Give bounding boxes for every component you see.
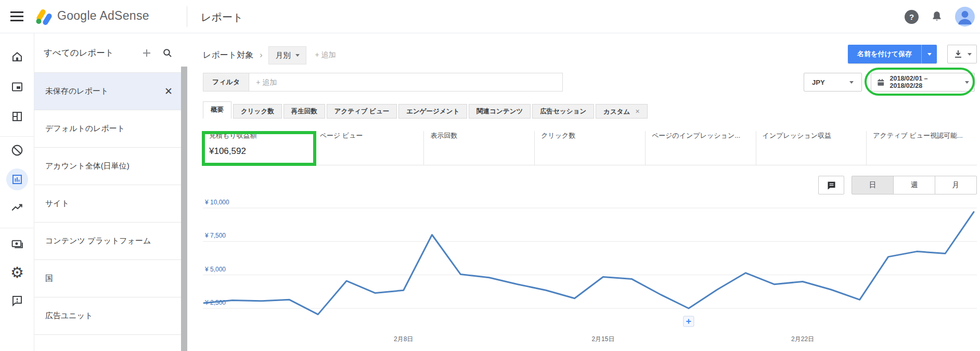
- ad-unit-icon: [11, 81, 23, 93]
- report-tabs: 概要 クリック数 再生回数 アクティブ ビュー エンゲージメント 関連コンテンツ…: [203, 101, 649, 119]
- report-actions: 名前を付けて保存: [848, 45, 977, 63]
- date-range-value: 2018/02/01 – 2018/02/28: [890, 75, 960, 89]
- currency-dropdown[interactable]: JPY: [804, 73, 862, 92]
- annotations-button[interactable]: [818, 176, 844, 194]
- metric-clicks[interactable]: クリック数: [534, 131, 645, 165]
- add-dimension-button[interactable]: + 追加: [315, 50, 336, 60]
- rail-item-reports[interactable]: [6, 168, 28, 190]
- scrollbar-thumb[interactable]: [181, 67, 187, 351]
- download-icon: [952, 48, 964, 60]
- tab-clicks[interactable]: クリック数: [233, 104, 282, 119]
- earnings-line-chart: ¥ 2,500¥ 5,000¥ 7,500¥ 10,0002月8日2月15日2月…: [203, 197, 977, 347]
- tab-ad-sessions[interactable]: 広告セッション: [532, 104, 594, 119]
- tab-plays[interactable]: 再生回数: [283, 104, 325, 119]
- y-tick-label: ¥ 5,000: [204, 266, 226, 273]
- header-divider: [187, 6, 187, 27]
- tab-related-content[interactable]: 関連コンテンツ: [469, 104, 531, 119]
- chart-controls: 日 週 月: [818, 176, 977, 194]
- search-icon: [162, 48, 173, 58]
- calendar-icon: [876, 78, 885, 87]
- add-report-button[interactable]: [141, 48, 152, 58]
- sidebar-item-ad-units[interactable]: 広告ユニット: [34, 297, 181, 335]
- avatar[interactable]: [955, 7, 975, 27]
- rail-item-feedback[interactable]: [6, 290, 28, 311]
- sidebar-header: すべてのレポート: [34, 33, 181, 73]
- help-icon[interactable]: ?: [905, 10, 919, 24]
- rail-item-payments[interactable]: [6, 233, 28, 255]
- download-button[interactable]: [947, 45, 977, 63]
- tab-custom[interactable]: カスタム×: [596, 104, 647, 119]
- tab-label: 関連コンテンツ: [476, 108, 523, 115]
- tab-active-view[interactable]: アクティブ ビュー: [327, 104, 397, 119]
- tab-label: 再生回数: [291, 108, 317, 115]
- sidebar-item-label: コンテンツ プラットフォーム: [45, 236, 173, 246]
- metric-active-view-viewable[interactable]: アクティブ ビュー視認可能...: [866, 131, 977, 165]
- sidebar-item-sites[interactable]: サイト: [34, 185, 181, 223]
- metric-label: 表示回数: [430, 131, 534, 140]
- tab-label: アクティブ ビュー: [334, 108, 390, 115]
- metric-estimated-earnings[interactable]: 見積もり収益額 ¥106,592: [203, 131, 313, 165]
- metric-label: アクティブ ビュー視認可能...: [873, 131, 977, 140]
- sidebar-item-default-reports[interactable]: デフォルトのレポート: [34, 110, 181, 148]
- sidebar-scrollbar[interactable]: [181, 67, 187, 351]
- rail-item-settings[interactable]: ⚙: [6, 262, 28, 283]
- date-range-picker[interactable]: 2018/02/01 – 2018/02/28: [871, 73, 975, 92]
- sidebar-item-label: アカウント全体(日単位): [45, 161, 173, 171]
- sidebar-item-label: 国: [45, 274, 173, 283]
- filter-bar: フィルタ: [203, 73, 563, 92]
- tab-label: 概要: [211, 106, 224, 113]
- page-title: レポート: [201, 10, 243, 24]
- group-by-dropdown[interactable]: 月別: [268, 46, 306, 64]
- plus-icon: [141, 48, 152, 58]
- rail-item-blocking[interactable]: [6, 139, 28, 161]
- period-month-button[interactable]: 月: [935, 176, 977, 194]
- sidebar-title: すべてのレポート: [44, 47, 131, 59]
- filter-add-input[interactable]: [249, 73, 562, 91]
- currency-value: JPY: [812, 79, 825, 86]
- period-week-button[interactable]: 週: [893, 176, 935, 194]
- sidebar-item-entire-account[interactable]: アカウント全体(日単位): [34, 148, 181, 185]
- sidebar-item-label: 未保存のレポート: [45, 86, 164, 96]
- sidebar-item-content-platform[interactable]: コンテンツ プラットフォーム: [34, 223, 181, 260]
- caret-down-icon: [849, 81, 854, 84]
- breadcrumb: レポート対象 › 月別 + 追加: [203, 46, 336, 64]
- menu-icon[interactable]: [10, 11, 23, 22]
- chevron-right-icon: ›: [260, 50, 262, 60]
- tab-overview[interactable]: 概要: [203, 101, 231, 119]
- metric-page-impressions[interactable]: ページのインプレッション...: [645, 131, 756, 165]
- sidebar-item-unsaved-report[interactable]: 未保存のレポート ✕: [34, 73, 181, 110]
- x-tick-label: 2月8日: [394, 335, 413, 343]
- metric-label: インプレッション収益: [763, 131, 867, 140]
- sidebar-item-label: デフォルトのレポート: [45, 124, 173, 134]
- rail-item-home[interactable]: [6, 46, 28, 68]
- revenue-line: [204, 212, 974, 315]
- rail-item-sites[interactable]: [6, 106, 28, 127]
- notifications-icon[interactable]: [930, 10, 944, 23]
- save-as-button[interactable]: 名前を付けて保存: [848, 45, 937, 63]
- rail-item-ads[interactable]: [6, 76, 28, 98]
- caret-down-icon: [968, 53, 972, 56]
- payments-icon: [11, 238, 24, 251]
- nav-rail: ⚙: [0, 33, 34, 351]
- group-by-value: 月別: [275, 50, 290, 60]
- save-as-menu-button[interactable]: [921, 45, 937, 63]
- tab-engagement[interactable]: エンゲージメント: [398, 104, 467, 119]
- period-day-button[interactable]: 日: [852, 176, 894, 194]
- rail-item-optimization[interactable]: [6, 197, 28, 218]
- home-icon: [11, 50, 23, 63]
- metric-page-views[interactable]: ページ ビュー: [313, 131, 424, 165]
- metric-label: ページのインプレッション...: [652, 131, 756, 140]
- help-glyph: ?: [909, 12, 914, 21]
- trending-up-icon: [10, 201, 24, 214]
- search-reports-button[interactable]: [162, 48, 173, 58]
- metric-label: 見積もり収益額: [209, 131, 313, 140]
- close-icon[interactable]: ✕: [164, 85, 173, 97]
- gear-icon: ⚙: [10, 265, 24, 280]
- metric-impressions[interactable]: 表示回数: [423, 131, 534, 165]
- close-tab-icon[interactable]: ×: [635, 107, 639, 115]
- metric-impression-revenue[interactable]: インプレッション収益: [756, 131, 867, 165]
- product-name: Google AdSense: [57, 9, 149, 23]
- y-tick-label: ¥ 7,500: [204, 232, 226, 239]
- sidebar-item-countries[interactable]: 国: [34, 260, 181, 297]
- breadcrumb-label: レポート対象: [203, 50, 253, 61]
